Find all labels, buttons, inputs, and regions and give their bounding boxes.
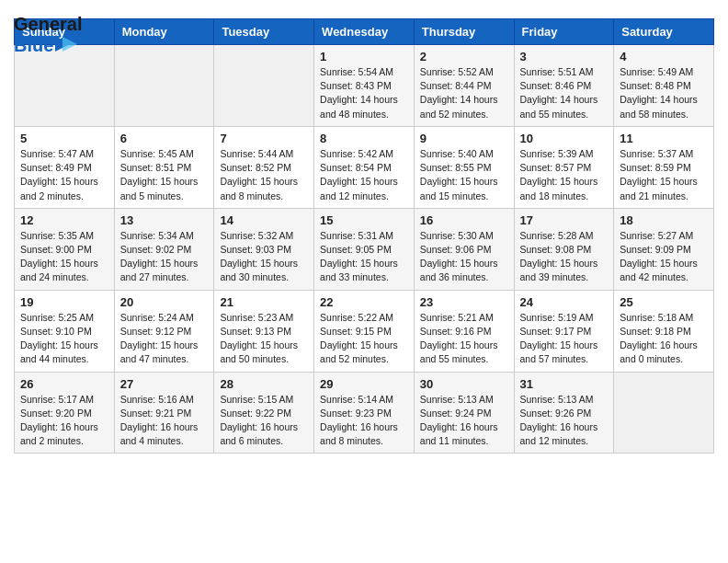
header-thursday: Thursday bbox=[414, 19, 514, 45]
day-info: Sunrise: 5:21 AMSunset: 9:16 PMDaylight:… bbox=[420, 311, 508, 367]
week-row-5: 26Sunrise: 5:17 AMSunset: 9:20 PMDayligh… bbox=[15, 372, 714, 454]
day-info: Sunrise: 5:44 AMSunset: 8:52 PMDaylight:… bbox=[220, 147, 308, 203]
day-cell: 26Sunrise: 5:17 AMSunset: 9:20 PMDayligh… bbox=[15, 372, 115, 454]
day-number: 16 bbox=[420, 213, 508, 227]
day-info: Sunrise: 5:23 AMSunset: 9:13 PMDaylight:… bbox=[220, 311, 308, 367]
day-number: 30 bbox=[420, 377, 508, 391]
day-number: 18 bbox=[620, 213, 708, 227]
day-info: Sunrise: 5:34 AMSunset: 9:02 PMDaylight:… bbox=[120, 229, 209, 285]
day-cell: 24Sunrise: 5:19 AMSunset: 9:17 PMDayligh… bbox=[514, 290, 614, 372]
day-cell bbox=[214, 45, 314, 127]
day-number: 24 bbox=[520, 295, 609, 309]
day-info: Sunrise: 5:18 AMSunset: 9:18 PMDaylight:… bbox=[620, 311, 708, 367]
day-info: Sunrise: 5:30 AMSunset: 9:06 PMDaylight:… bbox=[420, 229, 508, 285]
day-cell: 17Sunrise: 5:28 AMSunset: 9:08 PMDayligh… bbox=[514, 208, 614, 290]
day-cell: 15Sunrise: 5:31 AMSunset: 9:05 PMDayligh… bbox=[314, 208, 415, 290]
day-cell: 30Sunrise: 5:13 AMSunset: 9:24 PMDayligh… bbox=[414, 372, 514, 454]
day-cell: 11Sunrise: 5:37 AMSunset: 8:59 PMDayligh… bbox=[614, 126, 714, 208]
day-number: 9 bbox=[420, 132, 508, 145]
logo-arrow-icon bbox=[55, 37, 77, 55]
day-cell: 2Sunrise: 5:52 AMSunset: 8:44 PMDaylight… bbox=[414, 45, 514, 127]
day-info: Sunrise: 5:25 AMSunset: 9:10 PMDaylight:… bbox=[20, 311, 108, 367]
day-cell: 12Sunrise: 5:35 AMSunset: 9:00 PMDayligh… bbox=[15, 208, 115, 290]
week-row-1: 1Sunrise: 5:54 AMSunset: 8:43 PMDaylight… bbox=[15, 45, 714, 127]
day-number: 25 bbox=[620, 295, 708, 309]
header-tuesday: Tuesday bbox=[214, 19, 314, 45]
day-cell: 10Sunrise: 5:39 AMSunset: 8:57 PMDayligh… bbox=[514, 126, 614, 208]
day-cell: 20Sunrise: 5:24 AMSunset: 9:12 PMDayligh… bbox=[114, 290, 214, 372]
day-info: Sunrise: 5:31 AMSunset: 9:05 PMDaylight:… bbox=[320, 229, 408, 285]
day-cell bbox=[15, 45, 115, 127]
day-cell: 19Sunrise: 5:25 AMSunset: 9:10 PMDayligh… bbox=[15, 290, 115, 372]
day-number: 15 bbox=[320, 213, 408, 227]
day-number: 28 bbox=[220, 377, 308, 391]
header-saturday: Saturday bbox=[614, 19, 714, 45]
logo-blue: Blue bbox=[14, 35, 82, 56]
day-number: 10 bbox=[520, 132, 609, 145]
day-number: 13 bbox=[120, 213, 209, 227]
day-info: Sunrise: 5:14 AMSunset: 9:23 PMDaylight:… bbox=[320, 393, 408, 449]
day-cell: 31Sunrise: 5:13 AMSunset: 9:26 PMDayligh… bbox=[514, 372, 614, 454]
day-info: Sunrise: 5:32 AMSunset: 9:03 PMDaylight:… bbox=[220, 229, 308, 285]
day-info: Sunrise: 5:47 AMSunset: 8:49 PMDaylight:… bbox=[20, 147, 108, 203]
day-info: Sunrise: 5:17 AMSunset: 9:20 PMDaylight:… bbox=[20, 393, 108, 449]
day-cell bbox=[614, 372, 714, 454]
day-cell: 25Sunrise: 5:18 AMSunset: 9:18 PMDayligh… bbox=[614, 290, 714, 372]
day-number: 4 bbox=[620, 50, 708, 63]
day-number: 21 bbox=[220, 295, 308, 309]
day-info: Sunrise: 5:35 AMSunset: 9:00 PMDaylight:… bbox=[20, 229, 108, 285]
day-info: Sunrise: 5:42 AMSunset: 8:54 PMDaylight:… bbox=[320, 147, 408, 203]
day-cell: 13Sunrise: 5:34 AMSunset: 9:02 PMDayligh… bbox=[114, 208, 214, 290]
day-number: 20 bbox=[120, 295, 209, 309]
day-cell: 16Sunrise: 5:30 AMSunset: 9:06 PMDayligh… bbox=[414, 208, 514, 290]
day-cell: 29Sunrise: 5:14 AMSunset: 9:23 PMDayligh… bbox=[314, 372, 415, 454]
day-info: Sunrise: 5:52 AMSunset: 8:44 PMDaylight:… bbox=[420, 65, 508, 121]
calendar-table: Sunday Monday Tuesday Wednesday Thursday… bbox=[14, 18, 714, 454]
day-info: Sunrise: 5:22 AMSunset: 9:15 PMDaylight:… bbox=[320, 311, 408, 367]
day-info: Sunrise: 5:45 AMSunset: 8:51 PMDaylight:… bbox=[120, 147, 209, 203]
logo-container: General Blue bbox=[14, 14, 82, 56]
day-number: 6 bbox=[120, 132, 209, 145]
day-info: Sunrise: 5:54 AMSunset: 8:43 PMDaylight:… bbox=[320, 65, 408, 121]
day-number: 12 bbox=[20, 213, 108, 227]
day-number: 1 bbox=[320, 50, 408, 63]
day-info: Sunrise: 5:19 AMSunset: 9:17 PMDaylight:… bbox=[520, 311, 609, 367]
day-cell: 18Sunrise: 5:27 AMSunset: 9:09 PMDayligh… bbox=[614, 208, 714, 290]
day-info: Sunrise: 5:15 AMSunset: 9:22 PMDaylight:… bbox=[220, 393, 308, 449]
day-cell: 27Sunrise: 5:16 AMSunset: 9:21 PMDayligh… bbox=[114, 372, 214, 454]
day-cell: 21Sunrise: 5:23 AMSunset: 9:13 PMDayligh… bbox=[214, 290, 314, 372]
day-cell: 23Sunrise: 5:21 AMSunset: 9:16 PMDayligh… bbox=[414, 290, 514, 372]
day-info: Sunrise: 5:27 AMSunset: 9:09 PMDaylight:… bbox=[620, 229, 708, 285]
day-cell: 22Sunrise: 5:22 AMSunset: 9:15 PMDayligh… bbox=[314, 290, 415, 372]
day-number: 19 bbox=[20, 295, 108, 309]
day-number: 23 bbox=[420, 295, 508, 309]
day-info: Sunrise: 5:24 AMSunset: 9:12 PMDaylight:… bbox=[120, 311, 209, 367]
header-wednesday: Wednesday bbox=[314, 19, 415, 45]
svg-marker-5 bbox=[63, 37, 77, 52]
day-cell: 5Sunrise: 5:47 AMSunset: 8:49 PMDaylight… bbox=[15, 126, 115, 208]
day-info: Sunrise: 5:40 AMSunset: 8:55 PMDaylight:… bbox=[420, 147, 508, 203]
day-number: 7 bbox=[220, 132, 308, 145]
day-info: Sunrise: 5:49 AMSunset: 8:48 PMDaylight:… bbox=[620, 65, 708, 121]
day-number: 14 bbox=[220, 213, 308, 227]
day-info: Sunrise: 5:16 AMSunset: 9:21 PMDaylight:… bbox=[120, 393, 209, 449]
day-cell: 7Sunrise: 5:44 AMSunset: 8:52 PMDaylight… bbox=[214, 126, 314, 208]
header-monday: Monday bbox=[114, 19, 214, 45]
day-info: Sunrise: 5:39 AMSunset: 8:57 PMDaylight:… bbox=[520, 147, 609, 203]
header-friday: Friday bbox=[514, 19, 614, 45]
day-number: 11 bbox=[620, 132, 708, 145]
day-cell: 4Sunrise: 5:49 AMSunset: 8:48 PMDaylight… bbox=[614, 45, 714, 127]
day-cell: 3Sunrise: 5:51 AMSunset: 8:46 PMDaylight… bbox=[514, 45, 614, 127]
logo-general: General bbox=[14, 14, 82, 35]
day-number: 31 bbox=[520, 377, 609, 391]
day-cell: 1Sunrise: 5:54 AMSunset: 8:43 PMDaylight… bbox=[314, 45, 415, 127]
day-cell: 8Sunrise: 5:42 AMSunset: 8:54 PMDaylight… bbox=[314, 126, 415, 208]
day-cell: 14Sunrise: 5:32 AMSunset: 9:03 PMDayligh… bbox=[214, 208, 314, 290]
day-number: 17 bbox=[520, 213, 609, 227]
day-info: Sunrise: 5:51 AMSunset: 8:46 PMDaylight:… bbox=[520, 65, 609, 121]
week-row-4: 19Sunrise: 5:25 AMSunset: 9:10 PMDayligh… bbox=[15, 290, 714, 372]
day-info: Sunrise: 5:28 AMSunset: 9:08 PMDaylight:… bbox=[520, 229, 609, 285]
day-cell: 9Sunrise: 5:40 AMSunset: 8:55 PMDaylight… bbox=[414, 126, 514, 208]
day-info: Sunrise: 5:13 AMSunset: 9:24 PMDaylight:… bbox=[420, 393, 508, 449]
day-number: 2 bbox=[420, 50, 508, 63]
